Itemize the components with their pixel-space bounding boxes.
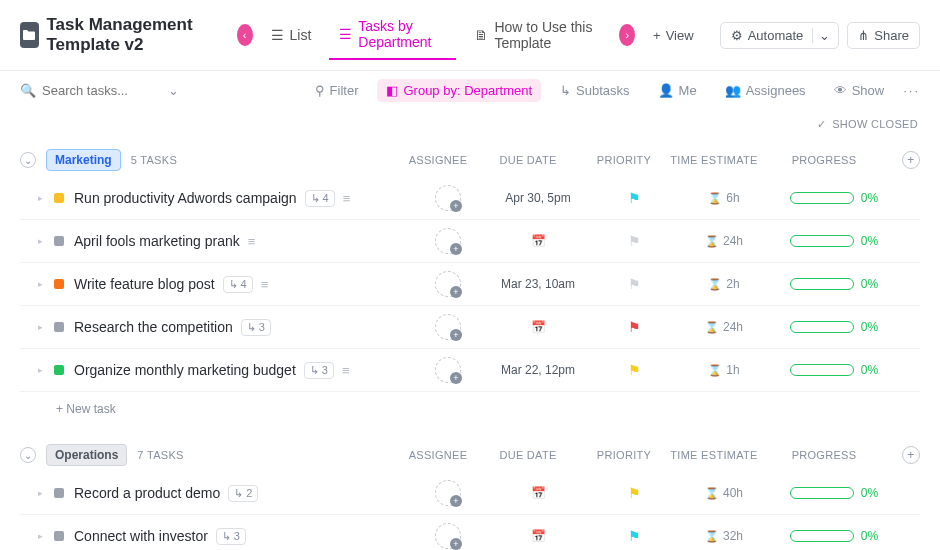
- description-icon[interactable]: ≡: [343, 191, 351, 206]
- progress[interactable]: 0%: [772, 277, 896, 291]
- priority-flag-icon[interactable]: ⚑: [628, 485, 641, 501]
- task-title[interactable]: Record a product demo: [74, 485, 220, 501]
- status-square[interactable]: [54, 236, 64, 246]
- add-view-button[interactable]: +View: [643, 23, 704, 48]
- expand-icon[interactable]: ▸: [38, 365, 48, 375]
- col-assignee[interactable]: ASSIGNEE: [402, 449, 474, 461]
- task-row[interactable]: ▸ Write feature blog post ↳4 ≡ Mar 23, 1…: [20, 263, 920, 306]
- due-date[interactable]: Mar 23, 10am: [501, 277, 575, 291]
- task-row[interactable]: ▸ Record a product demo ↳2 📅 ⚑ 40h 0%: [20, 472, 920, 515]
- tab-list[interactable]: ☰List: [261, 19, 322, 51]
- time-estimate[interactable]: 40h: [705, 486, 743, 500]
- col-assignee[interactable]: ASSIGNEE: [402, 154, 474, 166]
- nav-next-button[interactable]: [619, 24, 635, 46]
- add-column-button[interactable]: +: [902, 151, 920, 169]
- share-button[interactable]: ⋔Share: [847, 22, 920, 49]
- expand-icon[interactable]: ▸: [38, 322, 48, 332]
- group-by-button[interactable]: ◧Group by: Department: [377, 79, 541, 102]
- assignee-add-button[interactable]: [435, 480, 461, 506]
- more-button[interactable]: ···: [903, 83, 920, 98]
- time-estimate[interactable]: 6h: [708, 191, 739, 205]
- col-time-estimate[interactable]: TIME ESTIMATE: [666, 449, 762, 461]
- priority-flag-icon[interactable]: ⚑: [628, 362, 641, 378]
- new-task-button[interactable]: + New task: [20, 392, 920, 430]
- status-square[interactable]: [54, 322, 64, 332]
- time-estimate[interactable]: 1h: [708, 363, 739, 377]
- search-input[interactable]: [42, 83, 162, 98]
- description-icon[interactable]: ≡: [248, 234, 256, 249]
- priority-flag-icon[interactable]: ⚑: [628, 528, 641, 544]
- task-title[interactable]: Organize monthly marketing budget: [74, 362, 296, 378]
- subtasks-button[interactable]: ↳Subtasks: [551, 79, 638, 102]
- col-time-estimate[interactable]: TIME ESTIMATE: [666, 154, 762, 166]
- assignee-add-button[interactable]: [435, 185, 461, 211]
- show-closed-button[interactable]: SHOW CLOSED: [0, 110, 940, 139]
- group-name-badge[interactable]: Operations: [46, 444, 127, 466]
- subtask-badge[interactable]: ↳4: [305, 190, 335, 207]
- assignee-add-button[interactable]: [435, 271, 461, 297]
- due-date-empty-icon[interactable]: 📅: [531, 486, 546, 500]
- task-row[interactable]: ▸ Connect with investor ↳3 📅 ⚑ 32h 0%: [20, 515, 920, 550]
- due-date[interactable]: Apr 30, 5pm: [505, 191, 570, 205]
- assignees-button[interactable]: 👥Assignees: [716, 79, 815, 102]
- tab-tasks-by-department[interactable]: ☰Tasks by Department: [329, 10, 456, 60]
- progress[interactable]: 0%: [772, 486, 896, 500]
- assignee-add-button[interactable]: [435, 357, 461, 383]
- col-due-date[interactable]: DUE DATE: [474, 154, 582, 166]
- col-priority[interactable]: PRIORITY: [582, 154, 666, 166]
- time-estimate[interactable]: 32h: [705, 529, 743, 543]
- subtask-badge[interactable]: ↳3: [241, 319, 271, 336]
- status-square[interactable]: [54, 365, 64, 375]
- expand-icon[interactable]: ▸: [38, 193, 48, 203]
- expand-icon[interactable]: ▸: [38, 279, 48, 289]
- assignee-add-button[interactable]: [435, 228, 461, 254]
- subtask-badge[interactable]: ↳3: [216, 528, 246, 545]
- subtask-badge[interactable]: ↳3: [304, 362, 334, 379]
- time-estimate[interactable]: 2h: [708, 277, 739, 291]
- subtask-badge[interactable]: ↳4: [223, 276, 253, 293]
- progress[interactable]: 0%: [772, 529, 896, 543]
- filter-button[interactable]: ⚲Filter: [306, 79, 368, 102]
- task-title[interactable]: Connect with investor: [74, 528, 208, 544]
- priority-flag-icon[interactable]: ⚑: [628, 190, 641, 206]
- status-square[interactable]: [54, 488, 64, 498]
- progress[interactable]: 0%: [772, 320, 896, 334]
- task-row[interactable]: ▸ Run productivity Adwords campaign ↳4 ≡…: [20, 177, 920, 220]
- task-row[interactable]: ▸ April fools marketing prank ≡ 📅 ⚑ 24h …: [20, 220, 920, 263]
- assignee-add-button[interactable]: [435, 523, 461, 549]
- due-date-empty-icon[interactable]: 📅: [531, 320, 546, 334]
- chevron-down-icon[interactable]: ⌄: [812, 28, 828, 43]
- assignee-add-button[interactable]: [435, 314, 461, 340]
- add-column-button[interactable]: +: [902, 446, 920, 464]
- me-button[interactable]: 👤Me: [649, 79, 706, 102]
- priority-flag-icon[interactable]: ⚑: [628, 319, 641, 335]
- expand-icon[interactable]: ▸: [38, 236, 48, 246]
- task-row[interactable]: ▸ Research the competition ↳3 📅 ⚑ 24h 0%: [20, 306, 920, 349]
- expand-icon[interactable]: ▸: [38, 531, 48, 541]
- collapse-button[interactable]: ⌄: [20, 152, 36, 168]
- progress[interactable]: 0%: [772, 234, 896, 248]
- subtask-badge[interactable]: ↳2: [228, 485, 258, 502]
- nav-prev-button[interactable]: [237, 24, 253, 46]
- group-name-badge[interactable]: Marketing: [46, 149, 121, 171]
- priority-flag-icon[interactable]: ⚑: [628, 276, 641, 292]
- expand-icon[interactable]: ▸: [38, 488, 48, 498]
- task-title[interactable]: April fools marketing prank: [74, 233, 240, 249]
- col-progress[interactable]: PROGRESS: [762, 154, 886, 166]
- description-icon[interactable]: ≡: [261, 277, 269, 292]
- collapse-button[interactable]: ⌄: [20, 447, 36, 463]
- col-due-date[interactable]: DUE DATE: [474, 449, 582, 461]
- task-title[interactable]: Write feature blog post: [74, 276, 215, 292]
- show-button[interactable]: 👁Show: [825, 79, 894, 102]
- chevron-down-icon[interactable]: ⌄: [168, 83, 179, 98]
- task-title[interactable]: Run productivity Adwords campaign: [74, 190, 297, 206]
- automate-button[interactable]: ⚙Automate⌄: [720, 22, 840, 49]
- time-estimate[interactable]: 24h: [705, 234, 743, 248]
- col-priority[interactable]: PRIORITY: [582, 449, 666, 461]
- progress[interactable]: 0%: [772, 363, 896, 377]
- due-date-empty-icon[interactable]: 📅: [531, 234, 546, 248]
- status-square[interactable]: [54, 531, 64, 541]
- status-square[interactable]: [54, 279, 64, 289]
- search-input-wrap[interactable]: 🔍 ⌄: [20, 83, 200, 98]
- col-progress[interactable]: PROGRESS: [762, 449, 886, 461]
